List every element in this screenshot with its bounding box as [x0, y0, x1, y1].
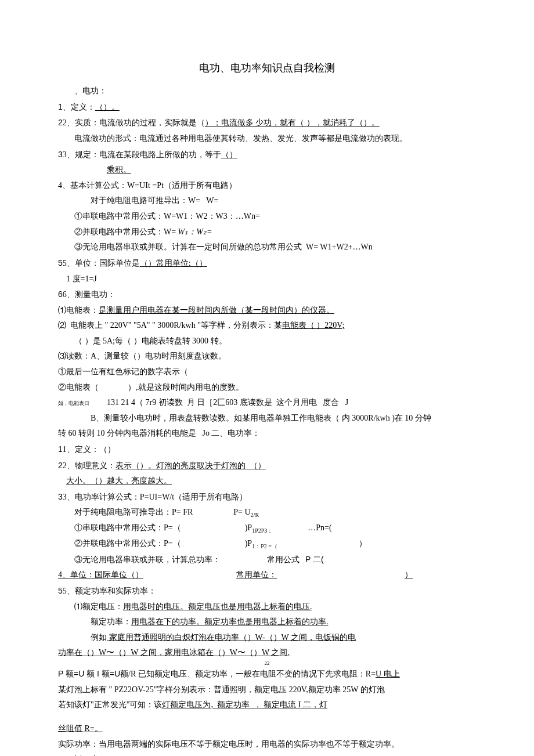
txt: )P [245, 523, 252, 532]
txt: 常用公式 [267, 555, 300, 564]
txt: 3、电功率计算公式：P=UI=W/t（适用于所有电路） [63, 493, 247, 501]
rated-header: 55、额定功率和实际功率： [58, 583, 476, 599]
txt: ）,就是这段时间内用电的度数。 [128, 383, 244, 392]
txt: ②并联电路中常用公式：W= [74, 227, 178, 236]
p-derive-b: P= U2/R [193, 505, 259, 520]
rule-line: 33、规定：电流在某段电路上所做的功，等于（） [58, 147, 476, 163]
eg-bulb: 例如 家庭用普通照明的白炽灯泡在电功率（）W-（）W 之间，电饭锅的电 [58, 630, 476, 646]
txt-u: 灯额定电压为, 额定功率 ， 额定电流 I 二，灯 [162, 700, 327, 709]
reading-b: B、测量较小电功时，用表盘转数读数。如某用电器单独工作电能表（ 内 3000R/… [58, 411, 476, 426]
txt-u: 用电器在下的功率。额定功率也是用电器上标着的功率. [131, 617, 329, 626]
num-2: 2 [58, 118, 63, 127]
txt: 额/R 已知额定电压、额定功率，一般在电阻不变的情况下先求电阻：R= [120, 670, 376, 678]
page-title: 电功、电功率知识点自我检测 [58, 58, 476, 78]
blank: ）；电流做多 少功，就有（ ），就消耗了（）。 [205, 118, 380, 127]
txt: 6、测量电功： [63, 290, 116, 299]
series-line: ①串联电路中常用公式：W=W1：W2：W3：…Wn= [58, 209, 476, 225]
degree-line: 1 度=1=J [58, 272, 476, 287]
brightness: 大小。（）越大，亮度越大。 [58, 473, 476, 489]
txt-u: 是测量用户用电器在某一段时间内所做（某一段时间内）的仪器。 [99, 306, 334, 314]
case-equal: ⑵（当 U 实=U 额时，P 声 P 额用电器正常工作（灯正常发光） [58, 752, 476, 756]
measure-header: 66、测量电功： [58, 287, 476, 303]
txt-u: U 电上 [376, 670, 400, 678]
rated-v: ⑴额定电压：用电器时的电压。额定电压也是用电器上标着的电压. [58, 599, 476, 615]
blank: （） [221, 150, 237, 159]
sub: 1：P2 =（ [252, 543, 277, 549]
txt: ⑴电能表： [58, 306, 99, 314]
txt-u: 家庭用普通照明的白炽灯泡在电功率（）W-（）W 之间，电饭锅的电 [107, 633, 356, 642]
txt: ①串联电路中常用公式：P=（ [74, 523, 181, 532]
p-derive-a: 对于纯电阻电路可推导出：P= FR [58, 505, 193, 520]
num-1: 1、定义： [58, 102, 95, 111]
sub: 2/R [251, 512, 259, 518]
total-line: ③无论用电器串联或并联。计算在一定时间所做的总功常用公式 W= W1+W2+…W… [58, 240, 476, 255]
txt: ） [359, 539, 367, 548]
txt: ③无论用电器串联或并联，计算总功率： [74, 555, 221, 564]
filament-r: 丝阻值 R=。 [58, 721, 476, 737]
txt-u: 用电器时的电压。额定电压也是用电器上标着的电压. [123, 602, 312, 611]
txt: 若知该灯"正常发光"可知：该 [58, 700, 162, 709]
essence-line: 22、实质：电流做功的过程，实际就是（）；电流做多 少功，就有（ ），就消耗了（… [58, 115, 476, 131]
txt: P= U [233, 508, 250, 516]
txt-u: 电能表（ ）220V; [282, 321, 344, 330]
txt: ⑴额定电压： [74, 602, 123, 611]
txt: ⑵ 电能表上 " 220V" "5A" " 3000R/kwh "等字样，分别表… [58, 321, 282, 330]
turns-line: 转 60 转则 10 分钟内电器消耗的电能是 Jo 二、电功率： [58, 426, 476, 442]
txt: )P [245, 539, 252, 548]
txt: ③无论用电器串联或并联。计算在一定时间所做的总功常用公式 W= W [74, 243, 328, 251]
reading-a: ⑶读数：A、测量较（）电功时用刻度盘读数。 [58, 349, 476, 364]
actual-p: 实际功率：当用电器两端的实际电压不等于额定电压时，用电器的实际功率也不等于额定功… [58, 737, 476, 753]
sub: 1P2P3： [252, 527, 273, 534]
txt: ②并联电路中常用公式：P=（ [74, 539, 181, 548]
txt: 5、单位：国际单位是 [63, 259, 140, 267]
tiny-txt: 如，电能表日 [58, 400, 89, 406]
txt: 4、单位：国际单位（） [58, 570, 143, 579]
p-derive-row: 对于纯电阻电路可推导出：P= FR P= U2/R [58, 505, 476, 520]
num-3b: 3 [58, 492, 63, 501]
txt: 1+W2+…Wn [328, 243, 373, 251]
p-parallel: ②并联电路中常用公式：P=（)P1：P2 =（） [58, 536, 476, 552]
num-5: 5 [58, 258, 63, 267]
blank: （）常用单位:（） [140, 259, 207, 267]
meter-line: ⑴电能表：是测量用户用电器在某一段时间内所做（某一段时间内）的仪器。 [58, 303, 476, 319]
formula-line: 4、基本计算公式：W=UIt =Pt（适用于所有电路） [58, 178, 476, 194]
superscript-22: 22 [58, 661, 476, 666]
parallel-line: ②并联电路中常用公式：W= W₁：W₂= [58, 225, 476, 240]
txt: 2、物理意义： [63, 461, 116, 470]
p-series: ①串联电路中常用公式：P=（)P1P2P3：…Pn=( [58, 520, 476, 536]
document-page: 电功、电功率知识点自我检测 、电功： 1、定义：（）。 22、实质：电流做功的过… [0, 0, 534, 756]
section-1-header: 、电功： [58, 84, 476, 99]
meter-spec-line: ⑵ 电能表上 " 220V" "5A" " 3000R/kwh "等字样，分别表… [58, 318, 476, 334]
pure-res-line: 对于纯电阻电路可推导出：W= W= [58, 193, 476, 209]
p-total: ③无论用电器串联或并联，计算总功率：常用公式P 二( [58, 552, 476, 568]
txt: ②电能表（ [58, 383, 99, 392]
txt: 3、规定：电流在某段电路上所做的功，等于 [63, 150, 221, 159]
meter-spec-2: （ ）是 5A;每（ ）电能表转盘转 3000 转。 [58, 334, 476, 349]
txt: ） [405, 570, 413, 579]
def-line: 1、定义：（）。 [58, 99, 476, 115]
forms-line: 电流做功的形式：电流通过各种用电器使其转动、发热、发光、发声等都是电流做功的表现… [58, 131, 476, 147]
txt: 4、基本计算公式：W=UIt =Pt（适用于所有电路） [58, 181, 237, 190]
eg-range: 功率在（）W〜（）W 之间，家用电冰箱在（）W〜（）W 之间. [58, 645, 476, 661]
blank: （）。 [95, 103, 120, 111]
txt-sans: P 额=U 额 I 额=U [58, 669, 120, 678]
rated-p: 额定功率：用电器在下的功率。额定功率也是用电器上标着的功率. [58, 614, 476, 630]
num-6: 6 [58, 290, 63, 299]
pz-label: 某灯泡上标有 " PZ22OV-25"字样分别表示：普通照明，额定电压 220V… [58, 682, 476, 698]
txt: 常用单位： [236, 570, 277, 579]
txt-sans: P 二( [305, 555, 324, 564]
unit-line: 55、单位：国际单位是（）常用单位:（） [58, 255, 476, 272]
txt: ①串联电路中常用公式：W=W [74, 212, 183, 220]
txt: 额定功率： [91, 617, 131, 626]
txt: 例如 [91, 633, 107, 642]
power-def: 11、定义：（） [58, 442, 476, 458]
txt: …Pn=( [308, 523, 331, 532]
phys-meaning: 22、物理意义：表示（）。灯泡的亮度取决于灯泡的 （） [58, 458, 476, 474]
txt-u: 表示（）。灯泡的亮度取决于灯泡的 （） [116, 461, 266, 470]
p-unit: 4、单位：国际单位（）常用单位：） [58, 567, 476, 583]
num-5b: 5 [58, 586, 63, 595]
txt: 1、定义：（） [63, 445, 116, 454]
example-row: 如，电能表日131 21 4（ 7r9 初读数 月 日［2匚603 底读数是 这… [58, 395, 476, 411]
normal-glow: 若知该灯"正常发光"可知：该灯额定电压为, 额定功率 ， 额定电流 I 二，灯 [58, 697, 476, 713]
product-line: 乘积。 [58, 162, 476, 178]
